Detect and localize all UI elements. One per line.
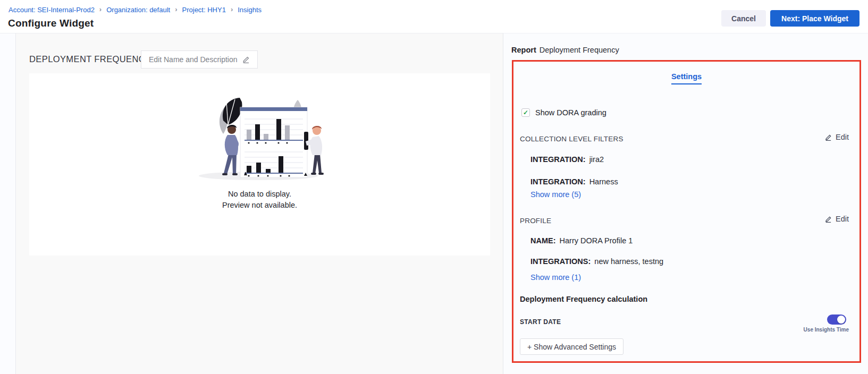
show-dora-grading-checkbox[interactable]: ✓	[521, 108, 530, 117]
filter-label: INTEGRATION:	[530, 155, 586, 164]
breadcrumb: Account: SEI-Internal-Prod2 › Organizati…	[9, 6, 262, 14]
breadcrumb-organization[interactable]: Organization: default	[106, 6, 170, 14]
filter-value: Harness	[589, 177, 618, 186]
profile-edit-button[interactable]: Edit	[825, 215, 849, 223]
show-dora-grading-label: Show DORA grading	[535, 108, 606, 117]
calculation-title: Deployment Frequency calculation	[520, 295, 647, 303]
empty-state-line1: No data to display.	[222, 189, 297, 200]
chevron-right-icon: ›	[231, 5, 233, 13]
collection-filters-edit-button[interactable]: Edit	[825, 133, 849, 141]
edit-name-description-label: Edit Name and Description	[149, 55, 238, 64]
empty-state-illustration	[193, 95, 326, 182]
toggle-knob	[837, 316, 845, 324]
empty-state-line2: Preview not available.	[222, 200, 297, 211]
settings-highlight-border	[512, 60, 861, 363]
check-icon: ✓	[523, 109, 528, 116]
profile-label: NAME:	[530, 236, 556, 245]
profile-value: new harness, testng	[594, 257, 663, 266]
configure-widget-page: Account: SEI-Internal-Prod2 › Organizati…	[0, 0, 868, 374]
cancel-button[interactable]: Cancel	[721, 10, 766, 27]
profile-value: Harry DORA Profile 1	[560, 236, 633, 245]
filter-label: INTEGRATION:	[530, 177, 586, 186]
edit-label: Edit	[836, 215, 849, 223]
edit-pencil-icon	[825, 134, 832, 141]
filter-row-integration-1: INTEGRATION:jira2	[530, 155, 604, 164]
edit-pencil-icon	[825, 216, 832, 223]
tab-bar: Settings	[512, 72, 861, 84]
report-label: Report	[511, 46, 536, 54]
edit-name-description-button[interactable]: Edit Name and Description	[141, 50, 258, 69]
profile-section-title: PROFILE	[520, 217, 551, 225]
preview-card: No data to display. Preview not availabl…	[29, 73, 490, 256]
widget-preview-panel: DEPLOYMENT FREQUENCY Edit Name and Descr…	[16, 33, 503, 374]
filter-row-integration-2: INTEGRATION:Harness	[530, 177, 618, 186]
filter-value: jira2	[589, 155, 604, 164]
profile-show-more-link[interactable]: Show more (1)	[530, 273, 581, 282]
next-place-widget-button[interactable]: Next: Place Widget	[770, 10, 859, 27]
use-insights-time-toggle[interactable]	[827, 314, 846, 325]
breadcrumb-project[interactable]: Project: HHY1	[182, 6, 226, 14]
chevron-right-icon: ›	[99, 5, 102, 13]
widget-settings-panel: ReportDeployment Frequency Settings ✓ Sh…	[503, 33, 868, 374]
report-header: ReportDeployment Frequency	[511, 46, 619, 54]
profile-row-integrations: INTEGRATIONS:new harness, testng	[530, 257, 663, 266]
tab-settings[interactable]: Settings	[671, 72, 702, 84]
edit-pencil-icon	[242, 56, 250, 63]
start-date-label: START DATE	[520, 318, 561, 326]
report-value: Deployment Frequency	[540, 46, 619, 54]
edit-label: Edit	[836, 133, 849, 141]
left-gutter	[0, 33, 16, 374]
show-dora-grading-row[interactable]: ✓ Show DORA grading	[521, 108, 606, 117]
profile-label: INTEGRATIONS:	[530, 257, 591, 266]
page-title: Configure Widget	[8, 18, 94, 29]
breadcrumb-account[interactable]: Account: SEI-Internal-Prod2	[9, 6, 95, 14]
filters-show-more-link[interactable]: Show more (5)	[530, 190, 581, 199]
chevron-right-icon: ›	[175, 5, 177, 13]
collection-level-filters-title: COLLECTION LEVEL FILTERS	[520, 135, 623, 143]
widget-name: DEPLOYMENT FREQUENCY	[29, 54, 151, 64]
breadcrumb-insights[interactable]: Insights	[238, 6, 262, 14]
profile-row-name: NAME:Harry DORA Profile 1	[530, 236, 633, 245]
show-advanced-settings-button[interactable]: + Show Advanced Settings	[520, 338, 623, 355]
use-insights-time-label: Use Insights Time	[804, 327, 849, 333]
